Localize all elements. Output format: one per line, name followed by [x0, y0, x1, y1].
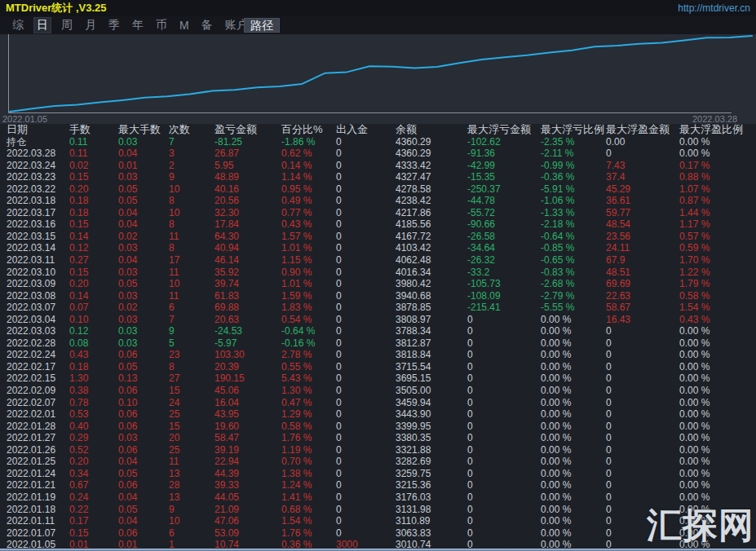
table-cell: 0.15	[69, 218, 118, 231]
table-cell: 25	[169, 444, 214, 456]
menu-item-2[interactable]: 日	[33, 17, 51, 33]
table-row[interactable]: 2022.03.030.120.039-24.53-0.64 %03788.34…	[0, 325, 756, 337]
table-cell: 0.06	[118, 527, 169, 540]
table-cell: 8	[169, 195, 214, 207]
table-cell: 0.17	[69, 515, 118, 527]
table-row[interactable]: 2022.01.180.220.05921.090.68 %03131.9800…	[0, 504, 756, 516]
table-cell: 17	[169, 254, 214, 267]
table-cell: 0	[467, 432, 541, 444]
table-cell: 2022.03.28	[7, 148, 69, 160]
table-row[interactable]: 2022.02.070.780.102416.040.47 %03459.940…	[0, 397, 756, 409]
table-row[interactable]: 2022.01.070.150.06653.091.76 %03063.8300…	[0, 527, 756, 540]
table-row[interactable]: 2022.03.240.020.0125.950.14 %04333.42-42…	[0, 160, 756, 172]
table-cell: 0	[467, 456, 541, 468]
table-cell: 1.24 %	[281, 479, 336, 491]
app-url-link[interactable]: http://mtdriver.cn	[678, 2, 750, 14]
table-row[interactable]: 2022.03.090.200.051039.741.01 %03980.42-…	[0, 278, 756, 290]
table-row[interactable]: 2022.01.270.290.032058.471.76 %03380.350…	[0, 432, 756, 444]
table-cell: 0	[606, 468, 679, 480]
table-row[interactable]: 2022.02.151.300.1327190.155.43 %03695.15…	[0, 372, 756, 385]
table-cell: 8	[169, 218, 214, 231]
table-row[interactable]: 2022.01.280.400.061519.600.58 %03399.950…	[0, 421, 756, 433]
table-row[interactable]: 2022.03.160.150.04817.840.43 %04185.56-9…	[0, 218, 756, 231]
table-cell: -2.11 %	[541, 148, 606, 160]
table-cell: 0	[606, 479, 679, 491]
table-cell: 3808.97	[396, 314, 467, 326]
table-cell: 0.05	[118, 183, 169, 196]
table-row[interactable]: 2022.02.090.380.061545.061.30 %03505.000…	[0, 385, 756, 397]
table-row[interactable]: 2022.02.240.430.0623103.302.78 %03818.84…	[0, 349, 756, 361]
table-cell: 0	[336, 491, 396, 504]
table-cell: 20.63	[214, 314, 281, 326]
table-cell: 0.00 %	[679, 325, 756, 337]
table-cell: 0.15	[69, 267, 118, 279]
table-cell: 0	[336, 183, 396, 196]
menu-item-1[interactable]: 综	[10, 17, 26, 33]
menu-item-5[interactable]: 季	[106, 17, 122, 33]
table-row[interactable]: 2022.03.180.180.05820.560.49 %04238.42-4…	[0, 195, 756, 207]
table-cell: 39.19	[214, 444, 281, 456]
table-row[interactable]: 2022.01.110.170.041047.061.54 %03110.890…	[0, 515, 756, 527]
table-row[interactable]: 2022.03.230.150.03948.891.14 %04327.47-1…	[0, 171, 756, 183]
table-row[interactable]: 2022.03.220.200.051040.160.95 %04278.58-…	[0, 183, 756, 196]
table-row[interactable]: 2022.03.150.140.021164.301.57 %04167.72-…	[0, 231, 756, 243]
table-cell: -2.35 %	[541, 136, 606, 148]
table-row[interactable]: 2022.02.170.180.05820.390.55 %03715.5400…	[0, 361, 756, 373]
table-row[interactable]: 2022.03.040.100.03720.630.54 %03808.9700…	[0, 314, 756, 326]
table-cell: 0	[336, 302, 396, 314]
table-row[interactable]: 2022.01.240.340.051344.391.38 %03259.750…	[0, 468, 756, 480]
column-header: 最大浮亏比例	[541, 124, 606, 136]
menu-item-8[interactable]: M	[177, 18, 192, 33]
table-cell: 0.07	[69, 302, 118, 314]
table-row[interactable]: 2022.03.080.140.031161.831.59 %03940.68-…	[0, 290, 756, 302]
path-button[interactable]: 路径	[244, 18, 280, 33]
table-row[interactable]: 2022.02.280.080.035-5.97-0.16 %03812.870…	[0, 337, 756, 350]
table-cell: 43.95	[214, 408, 281, 421]
menu-item-6[interactable]: 年	[130, 17, 146, 33]
table-cell: 4217.86	[396, 207, 467, 219]
table-cell: 25	[169, 408, 214, 421]
table-row[interactable]: 2022.01.210.670.062839.331.24 %03215.360…	[0, 479, 756, 491]
table-cell: 0.58 %	[281, 421, 336, 433]
table-cell: 0.00 %	[679, 136, 756, 148]
table-cell: 0.03	[118, 171, 169, 183]
table-row[interactable]: 2022.02.010.530.062543.951.29 %03443.900…	[0, 408, 756, 421]
table-cell: -108.09	[467, 290, 541, 302]
table-cell: 0.05	[118, 361, 169, 373]
table-row[interactable]: 2022.03.280.110.04326.870.62 %04360.29-9…	[0, 148, 756, 160]
table-cell: 2022.02.09	[7, 385, 69, 397]
table-cell: 9	[169, 504, 214, 516]
table-cell: -0.65 %	[541, 254, 606, 267]
menu-item-4[interactable]: 月	[82, 17, 99, 33]
menu-item-7[interactable]: 币	[153, 17, 170, 33]
table-cell: 69.69	[606, 278, 679, 290]
table-row[interactable]: 2022.03.110.270.041746.141.15 %04062.48-…	[0, 254, 756, 267]
table-cell: 0.88 %	[679, 171, 756, 183]
table-row[interactable]: 2022.01.250.200.041122.940.70 %03282.690…	[0, 456, 756, 468]
table-cell: -5.97	[214, 337, 281, 350]
table-cell: 0.40	[69, 421, 118, 433]
table-cell: 0	[336, 515, 396, 527]
table-row[interactable]: 2022.03.170.180.041032.300.77 %04217.86-…	[0, 207, 756, 219]
table-cell: 0.14 %	[281, 160, 336, 172]
table-cell: 5.43 %	[281, 372, 336, 385]
table-cell: 58.67	[606, 302, 679, 314]
table-cell: 0	[467, 325, 541, 337]
table-row[interactable]: 2022.01.190.240.041344.051.41 %03176.030…	[0, 491, 756, 504]
menu-item-3[interactable]: 周	[59, 17, 75, 33]
table-cell: 190.15	[214, 372, 281, 385]
position-row[interactable]: 持仓0.110.037-81.25-1.86 %04360.29-102.62-…	[0, 136, 756, 148]
table-row[interactable]: 2022.01.260.520.062539.191.19 %03321.880…	[0, 444, 756, 456]
app-title: MTDriver统计 ,V3.25	[6, 1, 107, 15]
table-row[interactable]: 2022.03.070.070.02669.881.83 %03878.85-2…	[0, 302, 756, 314]
table-cell: 0.00 %	[679, 468, 756, 480]
table-cell: 2.78 %	[281, 349, 336, 361]
table-row[interactable]: 2022.03.100.150.031135.920.90 %04016.34-…	[0, 267, 756, 279]
table-cell: 9	[169, 325, 214, 337]
table-cell: 0	[467, 421, 541, 433]
table-row[interactable]: 2022.03.140.120.03840.941.01 %04103.42-3…	[0, 242, 756, 254]
table-cell: 0	[336, 195, 396, 207]
menu-item-9[interactable]: 备	[199, 17, 215, 33]
table-cell: 0.01	[118, 160, 169, 172]
table-cell: -55.72	[467, 207, 541, 219]
